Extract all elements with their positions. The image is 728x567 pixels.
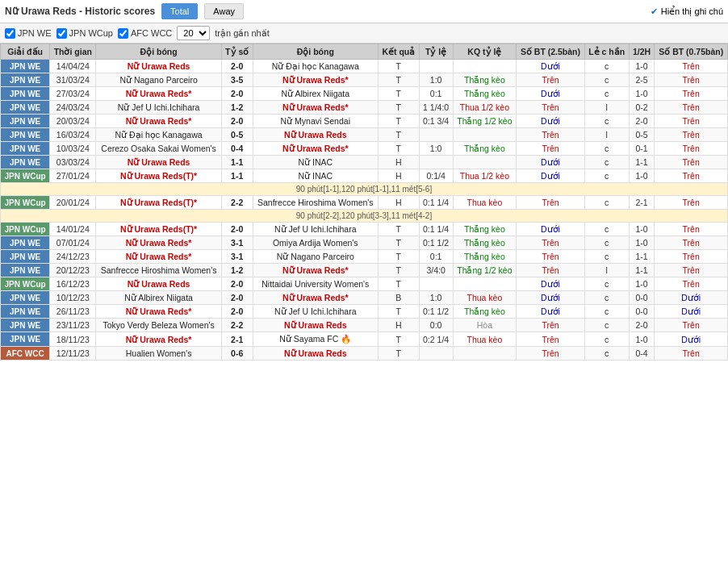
cell-score: 2-0	[221, 60, 253, 73]
cell-sobt1: Trên	[517, 347, 585, 361]
cell-date: 14/04/24	[50, 60, 96, 73]
table-row: JPN WE 20/03/24 Nữ Urawa Reds* 2-0 Nữ My…	[1, 115, 728, 128]
table-row: JPN WE 26/11/23 Nữ Urawa Reds* 2-0 Nữ Je…	[1, 305, 728, 319]
col-league: Giải đấu	[1, 44, 50, 60]
cell-lechan: c	[584, 73, 629, 87]
cell-kq-ratio: Thắng kèo	[453, 87, 517, 101]
cell-score: 2-2	[221, 319, 253, 332]
cell-team2: Nữ Jef U Ichi.Ichihara	[253, 305, 378, 319]
cell-league: JPN WE	[1, 101, 50, 115]
cell-half: 0-2	[629, 101, 655, 115]
cell-sobt1: Trên	[517, 319, 585, 332]
cell-league: JPN WE	[1, 305, 50, 319]
cell-sobt2: Trên	[655, 236, 728, 250]
col-result: Kết quả	[378, 44, 419, 60]
tab-away[interactable]: Away	[204, 3, 244, 19]
cell-sobt2: Trên	[655, 347, 728, 361]
cell-team1: Nữ Urawa Reds*	[96, 305, 221, 319]
cell-ratio: 0:1/4	[419, 169, 453, 183]
cell-date: 20/03/24	[50, 115, 96, 128]
cell-half: 1-0	[629, 87, 655, 101]
table-row: JPN WE 27/03/24 Nữ Urawa Reds* 2-0 Nữ Al…	[1, 87, 728, 101]
cell-lechan: c	[584, 142, 629, 156]
cell-score: 2-1	[221, 332, 253, 347]
cell-date: 20/12/23	[50, 264, 96, 277]
cell-league: JPN WE	[1, 319, 50, 332]
count-select[interactable]: 20 10 30	[177, 26, 210, 40]
filter-jpn-wcup[interactable]: JPN WCup	[56, 28, 113, 39]
cell-league: JPN WCup	[1, 223, 50, 236]
cell-result: T	[378, 115, 419, 128]
table-row: JPN WCup 20/01/24 Nữ Urawa Reds(T)* 2-2 …	[1, 196, 728, 210]
cell-league: JPN WE	[1, 115, 50, 128]
cell-result: T	[378, 250, 419, 264]
cell-lechan: c	[584, 196, 629, 210]
cell-result: H	[378, 196, 419, 210]
filter-jpn-we[interactable]: JPN WE	[5, 28, 52, 39]
col-sobt1: Số BT (2.5bàn)	[517, 44, 585, 60]
cell-score: 3-5	[221, 73, 253, 87]
cell-team2: Nữ Urawa Reds	[253, 319, 378, 332]
cell-half: 0-1	[629, 142, 655, 156]
col-half: 1/2H	[629, 44, 655, 60]
cell-date: 27/03/24	[50, 87, 96, 101]
cell-lechan: c	[584, 319, 629, 332]
cell-date: 24/12/23	[50, 250, 96, 264]
cell-team2: Nữ Urawa Reds*	[253, 73, 378, 87]
cell-league: JPN WE	[1, 73, 50, 87]
table-row: JPN WE 23/11/23 Tokyo Verdy Beleza Women…	[1, 319, 728, 332]
cell-league: JPN WCup	[1, 169, 50, 183]
cell-team1: Sanfrecce Hiroshima Women's	[96, 264, 221, 277]
show-note-label: Hiển thị ghi chú	[661, 6, 723, 17]
cell-score: 1-1	[221, 156, 253, 169]
cell-team2: Nữ Mynavi Sendai	[253, 115, 378, 128]
cell-lechan: c	[584, 223, 629, 236]
cell-score: 2-0	[221, 223, 253, 236]
cell-result: T	[378, 128, 419, 142]
cell-team1: Nữ Urawa Reds*	[96, 332, 221, 347]
table-row: AFC WCC 12/11/23 Hualien Women's 0-6 Nữ …	[1, 347, 728, 361]
cell-score: 2-2	[221, 196, 253, 210]
cell-kq-ratio: Thua kèo	[453, 291, 517, 305]
cell-team2: Omiya Ardija Women's	[253, 236, 378, 250]
table-row: JPN WE 03/03/24 Nữ Urawa Reds 1-1 Nữ INA…	[1, 156, 728, 169]
cell-half: 0-5	[629, 128, 655, 142]
cell-ratio: 0:1	[419, 87, 453, 101]
cell-sobt2: Trên	[655, 101, 728, 115]
table-row: 90 phút[1-1],120 phút[1-1],11 mét[5-6]	[1, 183, 728, 196]
cell-half: 0-4	[629, 347, 655, 361]
table-row: JPN WE 07/01/24 Nữ Urawa Reds* 3-1 Omiya…	[1, 236, 728, 250]
cell-lechan: c	[584, 156, 629, 169]
cell-half: 1-1	[629, 264, 655, 277]
cell-team2: Nữ Albirex Niigata	[253, 87, 378, 101]
cell-sobt1: Trên	[517, 250, 585, 264]
cell-team1: Nữ Urawa Reds(T)*	[96, 223, 221, 236]
cell-lechan: c	[584, 277, 629, 291]
tab-total[interactable]: Total	[161, 3, 198, 19]
cell-team2: Nữ INAC	[253, 156, 378, 169]
cell-result: T	[378, 101, 419, 115]
cell-team1: Nữ Urawa Reds*	[96, 236, 221, 250]
table-row: JPN WE 10/12/23 Nữ Albirex Niigata 2-0 N…	[1, 291, 728, 305]
cell-kq-ratio: Thắng kèo	[453, 142, 517, 156]
cell-ratio: 0:1 1/2	[419, 305, 453, 319]
filter-bar: JPN WE JPN WCup AFC WCC 20 10 30 trận gầ…	[0, 23, 728, 44]
note-cell: 90 phút[1-1],120 phút[1-1],11 mét[5-6]	[1, 183, 728, 196]
cell-team1: Nữ Đại học Kanagawa	[96, 128, 221, 142]
cell-half: 2-1	[629, 196, 655, 210]
cell-score: 0-4	[221, 142, 253, 156]
table-row: JPN WE 24/12/23 Nữ Urawa Reds* 3-1 Nữ Na…	[1, 250, 728, 264]
cell-sobt2: Trên	[655, 264, 728, 277]
cell-ratio: 0:1 1/4	[419, 223, 453, 236]
cell-result: T	[378, 60, 419, 73]
col-lechan: Lẻ c hần	[584, 44, 629, 60]
cell-sobt2: Dưới	[655, 305, 728, 319]
cell-sobt2: Trên	[655, 156, 728, 169]
cell-sobt1: Dưới	[517, 291, 585, 305]
cell-score: 1-2	[221, 101, 253, 115]
cell-half: 2-0	[629, 319, 655, 332]
cell-date: 16/03/24	[50, 128, 96, 142]
filter-afc-wcc[interactable]: AFC WCC	[118, 28, 172, 39]
cell-date: 12/11/23	[50, 347, 96, 361]
cell-sobt1: Dưới	[517, 156, 585, 169]
